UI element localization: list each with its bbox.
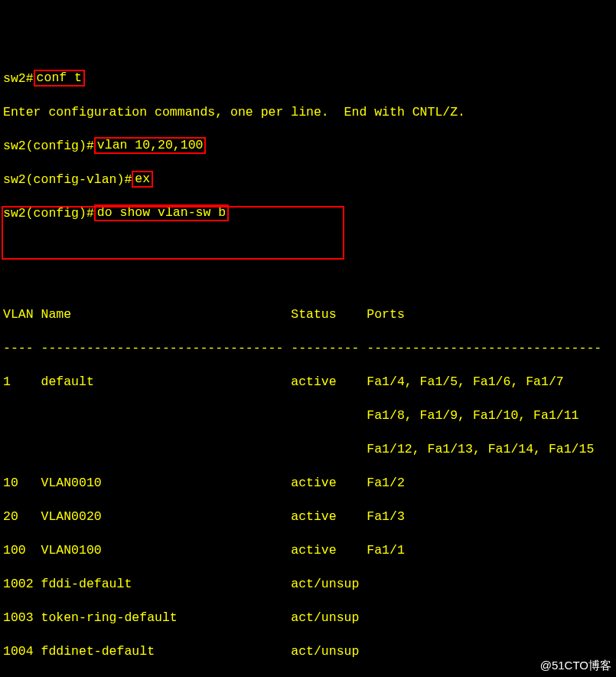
table-divider: ---- -------------------------------- --… <box>3 340 613 357</box>
table-row: 10 VLAN0010 active Fa1/2 <box>3 475 613 492</box>
prompt: sw2(config-vlan)# <box>3 172 132 187</box>
command-highlight: vlan 10,20,100 <box>94 137 207 154</box>
blank-line <box>3 273 613 289</box>
table-row: Fa1/12, Fa1/13, Fa1/14, Fa1/15 <box>3 441 613 458</box>
prompt: sw2(config)# <box>3 139 94 153</box>
prompt: sw2# <box>3 71 34 86</box>
table-row: 1 default active Fa1/4, Fa1/5, Fa1/6, Fa… <box>3 374 613 391</box>
command-highlight: ex <box>132 171 153 188</box>
table-header: VLAN Name Status Ports <box>3 306 613 323</box>
table-row: 100 VLAN0100 active Fa1/1 <box>3 542 613 559</box>
terminal-line: sw2#conf t <box>3 70 613 87</box>
table-highlight-box <box>2 206 344 260</box>
command-highlight: conf t <box>34 70 85 87</box>
table-row: Fa1/8, Fa1/9, Fa1/10, Fa1/11 <box>3 407 613 424</box>
terminal-line: sw2(config-vlan)#ex <box>3 172 613 188</box>
table-row: 1002 fddi-default act/unsup <box>3 576 613 593</box>
watermark: @51CTO博客 <box>540 657 611 674</box>
terminal-line: sw2(config)#vlan 10,20,100 <box>3 138 613 155</box>
table-row: 1004 fddinet-default act/unsup <box>3 643 613 660</box>
table-row: 20 VLAN0020 active Fa1/3 <box>3 509 613 525</box>
table-row: 1003 token-ring-default act/unsup <box>3 610 613 626</box>
terminal-line: Enter configuration commands, one per li… <box>3 104 613 121</box>
